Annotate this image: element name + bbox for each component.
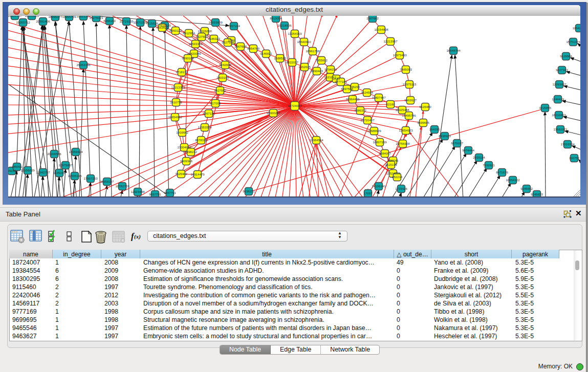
svg-text:19955709: 19955709 bbox=[62, 16, 76, 18]
svg-text:9890168: 9890168 bbox=[182, 56, 194, 60]
svg-text:15720407: 15720407 bbox=[360, 118, 375, 122]
svg-text:1615132: 1615132 bbox=[385, 163, 397, 166]
svg-text:14136141: 14136141 bbox=[372, 184, 386, 188]
svg-text:1244419: 1244419 bbox=[552, 97, 564, 101]
svg-text:6409348: 6409348 bbox=[180, 159, 192, 163]
svg-text:12093827: 12093827 bbox=[552, 82, 567, 86]
svg-text:9427552: 9427552 bbox=[214, 89, 226, 92]
svg-text:12353594: 12353594 bbox=[198, 125, 212, 129]
svg-text:39151: 39151 bbox=[8, 169, 16, 172]
svg-text:9474444: 9474444 bbox=[462, 148, 474, 152]
svg-text:19384554: 19384554 bbox=[309, 138, 323, 142]
svg-text:18807269: 18807269 bbox=[373, 140, 387, 144]
svg-text:2718170: 2718170 bbox=[176, 70, 188, 74]
svg-text:9684007: 9684007 bbox=[379, 151, 391, 155]
svg-text:20206556: 20206556 bbox=[47, 152, 61, 156]
svg-text:746266: 746266 bbox=[350, 85, 360, 89]
svg-text:3498212: 3498212 bbox=[185, 150, 197, 154]
svg-text:17004678: 17004678 bbox=[177, 145, 191, 149]
svg-text:9463627: 9463627 bbox=[404, 98, 417, 102]
svg-text:9227343: 9227343 bbox=[556, 68, 568, 72]
svg-text:16543362: 16543362 bbox=[188, 42, 203, 46]
svg-text:18724007: 18724007 bbox=[288, 104, 302, 107]
svg-text:8878312: 8878312 bbox=[195, 138, 207, 142]
svg-text:9129966: 9129966 bbox=[560, 54, 572, 58]
svg-text:13654923: 13654923 bbox=[399, 128, 413, 132]
svg-text:8912954: 8912954 bbox=[183, 31, 195, 35]
svg-text:8822037: 8822037 bbox=[286, 60, 298, 64]
svg-text:8471676: 8471676 bbox=[496, 170, 508, 174]
svg-text:13692971: 13692971 bbox=[553, 127, 568, 131]
svg-text:22420046: 22420046 bbox=[187, 52, 201, 55]
svg-text:15276021: 15276021 bbox=[89, 16, 103, 19]
svg-text:15226058: 15226058 bbox=[198, 29, 212, 33]
svg-text:120746: 120746 bbox=[388, 159, 399, 162]
svg-text:8990443: 8990443 bbox=[311, 69, 323, 73]
svg-text:17359924: 17359924 bbox=[69, 150, 83, 154]
svg-text:12213967: 12213967 bbox=[383, 39, 398, 43]
svg-text:16914479: 16914479 bbox=[190, 172, 205, 176]
svg-text:9777169: 9777169 bbox=[335, 80, 347, 83]
svg-text:7632621: 7632621 bbox=[483, 163, 495, 167]
svg-text:9638231: 9638231 bbox=[243, 189, 255, 193]
svg-text:20364436: 20364436 bbox=[345, 97, 360, 101]
svg-text:7663822: 7663822 bbox=[156, 26, 168, 29]
svg-text:9699695: 9699695 bbox=[417, 121, 429, 124]
svg-text:13495786: 13495786 bbox=[402, 114, 416, 117]
svg-text:10782759: 10782759 bbox=[115, 184, 129, 188]
svg-text:17016504: 17016504 bbox=[560, 142, 575, 146]
svg-text:13524851: 13524851 bbox=[386, 171, 400, 175]
svg-text:8267130: 8267130 bbox=[203, 112, 215, 115]
svg-text:19055712: 19055712 bbox=[16, 20, 30, 24]
svg-text:15751074: 15751074 bbox=[566, 40, 580, 43]
svg-text:9115460: 9115460 bbox=[419, 105, 431, 108]
svg-text:9657791: 9657791 bbox=[164, 191, 176, 194]
svg-text:10719155: 10719155 bbox=[119, 19, 134, 23]
svg-text:16648784: 16648784 bbox=[446, 49, 461, 52]
svg-text:17957253: 17957253 bbox=[83, 177, 98, 180]
svg-text:7386372: 7386372 bbox=[354, 108, 366, 112]
svg-text:9245653: 9245653 bbox=[531, 192, 543, 196]
svg-text:12505135: 12505135 bbox=[68, 174, 82, 178]
svg-text:16033809: 16033809 bbox=[208, 20, 223, 24]
svg-text:7485093: 7485093 bbox=[400, 68, 412, 71]
svg-text:2387682: 2387682 bbox=[366, 16, 379, 20]
svg-text:10688609: 10688609 bbox=[367, 129, 381, 133]
svg-text:1362635: 1362635 bbox=[298, 65, 311, 69]
svg-text:7955812: 7955812 bbox=[315, 58, 328, 62]
svg-text:3215955: 3215955 bbox=[539, 106, 551, 110]
svg-text:2367608: 2367608 bbox=[234, 45, 247, 48]
svg-text:8454749: 8454749 bbox=[247, 47, 259, 50]
svg-text:252214: 252214 bbox=[392, 175, 403, 179]
svg-text:62160: 62160 bbox=[386, 102, 396, 106]
svg-text:9146821: 9146821 bbox=[260, 52, 272, 55]
svg-text:12975115: 12975115 bbox=[403, 82, 417, 86]
svg-text:12342797: 12342797 bbox=[36, 170, 50, 174]
svg-text:19654952: 19654952 bbox=[168, 115, 182, 119]
svg-text:9794078: 9794078 bbox=[324, 68, 337, 71]
svg-text:10975887: 10975887 bbox=[58, 163, 73, 167]
svg-text:19218506: 19218506 bbox=[277, 24, 292, 27]
svg-text:10154808: 10154808 bbox=[374, 28, 388, 31]
svg-text:2935114: 2935114 bbox=[473, 156, 485, 159]
svg-text:7515526: 7515526 bbox=[146, 21, 158, 25]
svg-text:1588520: 1588520 bbox=[274, 56, 286, 60]
svg-text:2803144: 2803144 bbox=[216, 76, 229, 79]
svg-text:17097: 17097 bbox=[364, 191, 373, 195]
svg-text:29053346: 29053346 bbox=[76, 63, 91, 67]
svg-text:20691406: 20691406 bbox=[36, 19, 50, 23]
svg-text:9657791: 9657791 bbox=[149, 192, 161, 196]
svg-text:7625402: 7625402 bbox=[175, 172, 187, 176]
svg-text:9245652: 9245652 bbox=[520, 187, 533, 190]
svg-text:12213369: 12213369 bbox=[171, 85, 185, 89]
svg-text:817006: 817006 bbox=[210, 101, 221, 105]
svg-text:13254319: 13254319 bbox=[288, 32, 302, 35]
svg-text:1916682: 1916682 bbox=[176, 130, 188, 134]
svg-text:12156829: 12156829 bbox=[20, 168, 35, 172]
svg-text:6466160: 6466160 bbox=[103, 19, 116, 23]
svg-text:8938923: 8938923 bbox=[439, 134, 451, 138]
svg-text:8813054: 8813054 bbox=[270, 16, 282, 20]
svg-text:13900557: 13900557 bbox=[8, 16, 22, 17]
svg-text:10654122: 10654122 bbox=[506, 178, 520, 182]
svg-text:3624554: 3624554 bbox=[361, 91, 373, 94]
